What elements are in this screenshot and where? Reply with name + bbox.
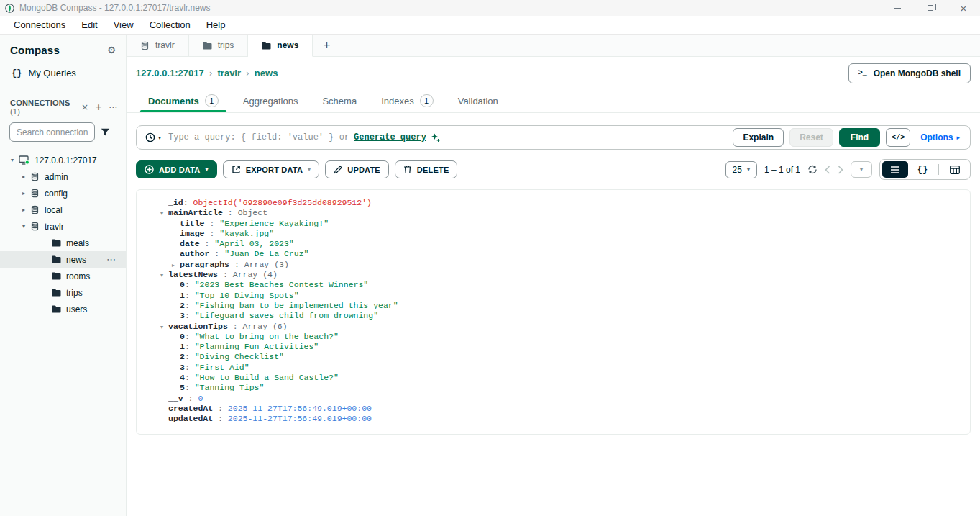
tree-item-meals[interactable]: meals (0, 235, 126, 251)
list-view-toggle[interactable] (882, 161, 908, 178)
field-value[interactable]: "First Aid" (195, 363, 249, 372)
breadcrumb-item[interactable]: 127.0.0.1:27017 (136, 68, 204, 78)
field-value[interactable]: "How to Build a Sand Castle?" (195, 373, 339, 382)
document-field-row[interactable]: ▾latestNews : Array (4) (148, 270, 958, 280)
item-menu-icon[interactable]: ⋯ (106, 254, 116, 265)
explain-button[interactable]: Explain (733, 128, 784, 147)
field-value[interactable]: 2025-11-27T17:56:49.019+00:00 (228, 404, 372, 413)
tab-aggregations[interactable]: Aggregations (231, 89, 311, 112)
search-connections-input[interactable] (9, 122, 95, 142)
json-view-toggle[interactable]: {} (910, 161, 935, 178)
export-data-button[interactable]: EXPORT DATA ▾ (223, 160, 320, 178)
generate-query-link[interactable]: Generate query (354, 132, 426, 142)
query-bar[interactable]: ▾ Type a query: { field: 'value' } or Ge… (136, 125, 971, 150)
restore-button[interactable] (914, 0, 947, 16)
expand-caret-icon[interactable]: ▾ (160, 209, 163, 219)
field-value[interactable]: "Planning Fun Activities" (195, 342, 319, 351)
field-value[interactable]: "Experience Kayaking!" (219, 219, 329, 228)
field-value[interactable]: "Top 10 Diving Spots" (195, 291, 299, 300)
query-input[interactable]: Type a query: { field: 'value' } or Gene… (168, 132, 440, 142)
document-field-row[interactable]: author : "Juan De La Cruz" (148, 249, 958, 259)
document-field-row[interactable]: date : "April 03, 2023" (148, 239, 958, 249)
document-field-row[interactable]: 2: "Fishing ban to be implemented this y… (148, 301, 958, 311)
field-value[interactable]: "Tanning Tips" (195, 383, 265, 392)
field-value[interactable]: "kayak.jpg" (219, 229, 274, 238)
document-field-row[interactable]: 1: "Planning Fun Activities" (148, 342, 958, 352)
field-value[interactable]: ObjectId('692890e09f3d25dd08929512') (193, 198, 372, 207)
tab-schema[interactable]: Schema (310, 89, 369, 112)
add-data-button[interactable]: ADD DATA ▾ (136, 160, 217, 178)
document-field-row[interactable]: title : "Experience Kayaking!" (148, 219, 958, 229)
expand-caret-icon[interactable]: ▾ (160, 322, 163, 332)
new-tab-button[interactable]: + (313, 35, 340, 56)
workspace-tab-travlr[interactable]: travlr (127, 35, 189, 56)
filter-icon[interactable] (101, 128, 110, 137)
field-value[interactable]: "Lifeguard saves child from drowning" (195, 311, 378, 320)
close-button[interactable]: × (947, 0, 980, 16)
breadcrumb-item[interactable]: travlr (218, 68, 242, 78)
connections-menu-icon[interactable]: ⋯ (109, 102, 117, 112)
expand-caret-icon[interactable]: ▸ (172, 261, 175, 271)
document-field-row[interactable]: 3: "First Aid" (148, 363, 958, 373)
document-field-row[interactable]: 2: "Diving Checklist" (148, 352, 958, 362)
document-field-row[interactable]: 1: "Top 10 Diving Spots" (148, 291, 958, 301)
tree-item-config[interactable]: ▸config (0, 185, 126, 202)
tree-item-rooms[interactable]: rooms (0, 268, 126, 284)
field-value[interactable]: "April 03, 2023" (214, 239, 293, 248)
expand-caret-icon[interactable]: ▾ (9, 157, 16, 163)
open-mongodb-shell-button[interactable]: >_ Open MongoDB shell (848, 63, 971, 83)
tree-item-news[interactable]: news⋯ (0, 251, 126, 268)
document-field-row[interactable]: 0: "2023 Best Beaches Contest Winners" (148, 280, 958, 290)
minimize-button[interactable] (881, 0, 914, 16)
expand-caret-icon[interactable]: ▾ (20, 223, 27, 230)
expand-caret-icon[interactable]: ▸ (20, 190, 27, 196)
expand-caret-icon[interactable]: ▾ (160, 271, 163, 281)
tree-item-admin[interactable]: ▸admin (0, 168, 126, 185)
table-view-toggle[interactable] (942, 161, 968, 178)
delete-button[interactable]: DELETE (395, 160, 458, 178)
update-button[interactable]: UPDATE (325, 160, 389, 178)
field-value[interactable]: "2023 Best Beaches Contest Winners" (195, 280, 369, 289)
document-field-row[interactable]: ▸paragraphs : Array (3) (148, 260, 958, 270)
document-field-row[interactable]: _id: ObjectId('692890e09f3d25dd08929512'… (148, 198, 958, 208)
document-field-row[interactable]: 4: "How to Build a Sand Castle?" (148, 373, 958, 383)
query-history-button[interactable]: ▾ (145, 132, 161, 142)
field-value[interactable]: 2025-11-27T17:56:49.019+00:00 (228, 414, 372, 423)
workspace-tab-trips[interactable]: trips (189, 35, 249, 56)
field-value[interactable]: Array (3) (244, 260, 289, 269)
find-button[interactable]: Find (839, 128, 880, 147)
document-field-row[interactable]: createdAt : 2025-11-27T17:56:49.019+00:0… (148, 404, 958, 414)
code-toggle-button[interactable]: </> (886, 128, 910, 147)
tree-item-local[interactable]: ▸local (0, 202, 126, 218)
previous-page-icon[interactable] (825, 166, 830, 174)
document-field-row[interactable]: ▾vacationTips : Array (6) (148, 322, 958, 332)
field-value[interactable]: "Diving Checklist" (195, 352, 284, 361)
field-value[interactable]: 0 (198, 394, 203, 403)
document-field-row[interactable]: 3: "Lifeguard saves child from drowning" (148, 311, 958, 321)
field-value[interactable]: "Fishing ban to be implemented this year… (195, 301, 398, 310)
field-value[interactable]: Array (6) (243, 322, 288, 331)
document-field-row[interactable]: 0: "What to bring on the beach?" (148, 332, 958, 342)
field-value[interactable]: Array (4) (233, 270, 278, 279)
breadcrumb-item[interactable]: news (255, 68, 278, 78)
document-field-row[interactable]: image : "kayak.jpg" (148, 229, 958, 239)
expand-caret-icon[interactable]: ▸ (20, 207, 27, 213)
document-field-row[interactable]: __v : 0 (148, 394, 958, 404)
menu-item-help[interactable]: Help (198, 19, 234, 30)
menu-item-collection[interactable]: Collection (142, 19, 198, 30)
field-value[interactable]: "Juan De La Cruz" (224, 249, 308, 258)
options-toggle[interactable]: Options ▸ (916, 132, 964, 142)
document-field-row[interactable]: updatedAt : 2025-11-27T17:56:49.019+00:0… (148, 414, 958, 424)
expand-caret-icon[interactable]: ▸ (20, 173, 27, 180)
tab-validation[interactable]: Validation (446, 89, 510, 112)
page-size-select[interactable]: 25 ▾ (725, 161, 757, 178)
next-page-icon[interactable] (838, 166, 843, 174)
menu-item-edit[interactable]: Edit (73, 19, 105, 30)
tab-documents[interactable]: Documents1 (136, 89, 231, 112)
tab-indexes[interactable]: Indexes1 (369, 89, 446, 112)
sidebar-item-my-queries[interactable]: {} My Queries (0, 59, 126, 89)
tree-item-127-0-0-1-27017[interactable]: ▾127.0.0.1:27017 (0, 152, 126, 168)
tree-item-users[interactable]: users (0, 301, 126, 317)
reset-button[interactable]: Reset (789, 128, 833, 147)
collapse-connections-icon[interactable]: × (81, 102, 88, 112)
